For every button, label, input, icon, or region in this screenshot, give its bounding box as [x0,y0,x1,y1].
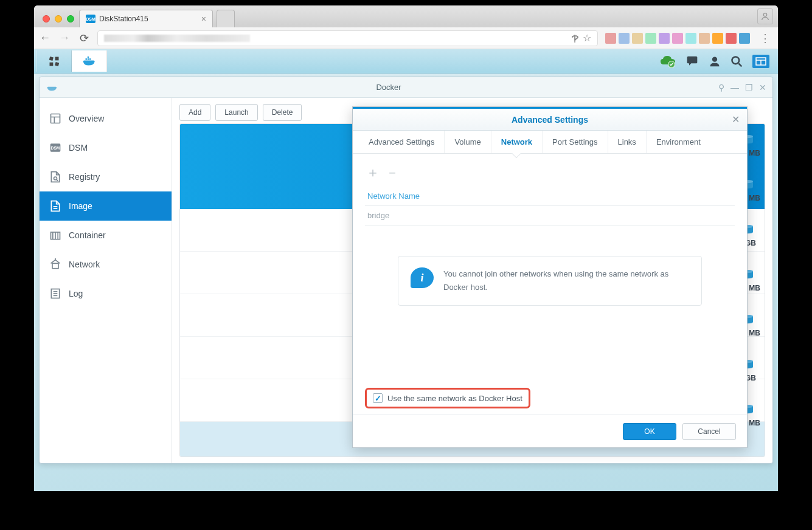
same-network-checkbox-row[interactable]: Use the same network as Docker Host [365,388,530,408]
ok-button[interactable]: OK [623,423,676,440]
browser-toolbar: ← → ⟳ 🙻 ☆ ⋮ [34,27,778,49]
modal-footer: OK Cancel [353,415,747,447]
address-bar[interactable]: 🙻 ☆ [97,30,598,46]
docker-main-panel: Add Launch Delete [172,98,772,463]
extension-icon[interactable] [672,33,683,44]
network-row[interactable]: bridge [365,206,735,225]
registry-icon [49,171,61,183]
extension-icon[interactable] [659,33,670,44]
modal-content: ＋ － Network Name bridge i You cannot joi… [353,154,747,415]
window-minimize-button[interactable]: — [730,83,739,92]
sidebar-item-dsm[interactable]: DSM DSM [40,133,172,162]
extension-icons [605,33,750,44]
sidebar-label: Overview [69,114,104,123]
advanced-settings-modal: Advanced Settings ✕ Advanced Settings Vo… [352,106,748,448]
network-table: Network Name bridge [365,187,735,225]
tab-port-settings[interactable]: Port Settings [543,131,608,153]
nav-reload-button[interactable]: ⟳ [78,32,90,45]
dsm-icon: DSM [49,142,61,154]
tab-close-button[interactable]: × [201,14,206,24]
extension-icon[interactable] [645,33,656,44]
extension-icon[interactable] [699,33,710,44]
tab-favicon: DSM [86,15,95,23]
sidebar-item-registry[interactable]: Registry [40,162,172,191]
sidebar-item-network[interactable]: Network [40,250,172,279]
svg-rect-5 [86,58,87,60]
extension-icon[interactable] [712,33,723,44]
cancel-button[interactable]: Cancel [682,423,736,440]
sidebar-label: DSM [69,143,88,153]
svg-text:DSM: DSM [51,146,60,150]
add-network-button[interactable]: ＋ [366,163,380,182]
tab-advanced-settings[interactable]: Advanced Settings [359,131,445,153]
extension-icon[interactable] [632,33,643,44]
user-icon[interactable] [709,55,721,67]
info-icon: i [411,267,434,288]
svg-point-0 [763,13,766,16]
sidebar-label: Image [69,201,92,211]
sidebar-item-log[interactable]: Log [40,279,172,308]
dsm-docker-taskbar-button[interactable] [72,50,107,72]
sidebar-item-container[interactable]: Container [40,221,172,250]
url-redacted [104,35,250,42]
sidebar-label: Registry [69,172,100,182]
browser-window: DSM DiskStation415 × ← → ⟳ 🙻 ☆ [34,5,778,491]
info-text: You cannot join other networks when usin… [443,267,689,294]
tab-environment[interactable]: Environment [647,131,710,153]
launch-button[interactable]: Launch [215,104,257,121]
window-close-button[interactable]: ✕ [759,83,766,92]
sidebar-label: Network [69,260,100,269]
window-zoom-button[interactable] [67,15,74,22]
network-column-header[interactable]: Network Name [365,187,735,206]
svg-rect-8 [88,56,89,57]
remove-network-button[interactable]: － [386,163,399,182]
svg-line-12 [738,63,741,66]
extension-icon[interactable] [619,33,630,44]
dsm-toolbar [34,49,778,74]
extension-icon[interactable] [739,33,750,44]
docker-whale-icon [46,83,59,92]
svg-point-10 [712,57,717,61]
extension-icon[interactable] [726,33,737,44]
browser-profile-button[interactable] [757,9,773,24]
dsm-desktop: Docker ⚲ — ❐ ✕ Overview DSM DSM [34,74,778,491]
sidebar-item-image[interactable]: Image [40,191,172,221]
docker-sidebar: Overview DSM DSM Registry Image [40,98,172,463]
browser-tab-active[interactable]: DSM DiskStation415 × [79,10,213,27]
window-close-button[interactable] [43,15,50,22]
docker-titlebar[interactable]: Docker ⚲ — ❐ ✕ [40,77,772,98]
svg-rect-7 [89,58,91,60]
browser-menu-button[interactable]: ⋮ [757,32,773,45]
window-maximize-button[interactable]: ❐ [745,83,753,92]
docker-window-title: Docker [59,83,718,92]
tab-links[interactable]: Links [608,131,647,153]
svg-line-22 [57,179,58,181]
nav-forward-button[interactable]: → [58,32,71,44]
translate-icon[interactable]: 🙻 [571,33,579,43]
cloud-status-icon[interactable] [660,55,676,68]
docker-whale-icon [82,55,97,67]
network-icon [49,258,61,270]
tab-volume[interactable]: Volume [445,131,491,153]
window-pin-button[interactable]: ⚲ [718,83,724,92]
add-button[interactable]: Add [179,104,210,121]
modal-close-button[interactable]: ✕ [732,114,740,125]
dsm-main-menu-button[interactable] [36,50,72,72]
new-tab-button[interactable] [217,10,235,27]
sidebar-label: Container [69,230,106,240]
svg-rect-3 [50,62,54,66]
extension-icon[interactable] [605,33,616,44]
nav-back-button[interactable]: ← [39,32,51,44]
widget-panel-button[interactable] [752,55,769,68]
sidebar-item-overview[interactable]: Overview [40,104,172,133]
info-message: i You cannot join other networks when us… [398,256,702,306]
search-icon[interactable] [730,55,743,67]
tab-network[interactable]: Network [491,131,543,153]
same-network-checkbox[interactable] [373,393,383,403]
extension-icon[interactable] [685,33,696,44]
notifications-icon[interactable] [685,55,699,67]
sidebar-label: Log [69,289,83,298]
delete-button[interactable]: Delete [263,104,302,121]
bookmark-star-icon[interactable]: ☆ [583,32,591,44]
window-minimize-button[interactable] [55,15,62,22]
